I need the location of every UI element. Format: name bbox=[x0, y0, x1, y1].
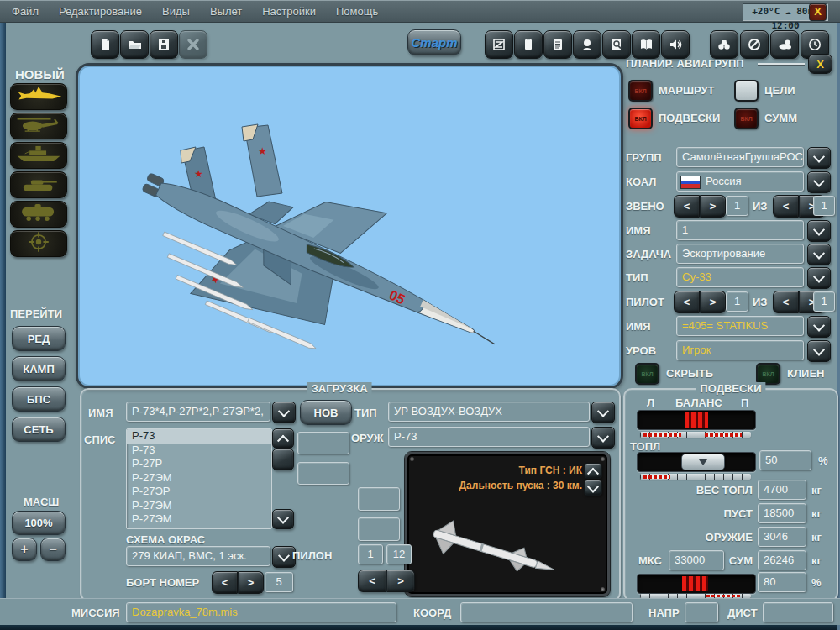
loadout-name-dropdown-button[interactable] bbox=[272, 402, 296, 423]
group-dropdown-button[interactable] bbox=[807, 147, 831, 169]
bort-next-button[interactable]: > bbox=[238, 571, 264, 594]
zoom-in-button[interactable]: + bbox=[12, 538, 37, 561]
sound-button[interactable] bbox=[661, 30, 690, 59]
flight-of-label: ИЗ bbox=[753, 200, 768, 213]
inspect-button[interactable] bbox=[602, 30, 631, 59]
flight-panel-close-button[interactable]: X bbox=[808, 54, 832, 74]
open-mission-button[interactable] bbox=[120, 30, 149, 59]
route-toggle[interactable]: ВКЛ bbox=[628, 80, 653, 102]
list-scroll-thumb[interactable] bbox=[272, 449, 294, 470]
pylon-prev-button[interactable]: < bbox=[358, 570, 386, 592]
task-label: ЗАДАЧА bbox=[626, 248, 671, 260]
weather-button[interactable] bbox=[770, 30, 799, 59]
skill-level-field[interactable]: Игрок bbox=[676, 340, 804, 360]
list-item[interactable]: Р-27ЭМ bbox=[127, 512, 271, 527]
pilot-total-prev-button[interactable]: < bbox=[773, 291, 799, 313]
list-scroll-up-button[interactable] bbox=[272, 428, 294, 449]
save-mission-button[interactable] bbox=[150, 30, 178, 59]
restrictions-button[interactable] bbox=[740, 30, 769, 59]
pilot-next-button[interactable]: > bbox=[700, 291, 726, 313]
menu-views[interactable]: Виды bbox=[162, 5, 190, 18]
coalition-dropdown-button[interactable] bbox=[807, 171, 831, 193]
weapon-field[interactable]: Р-73 bbox=[388, 427, 590, 447]
pilot-prev-button[interactable]: < bbox=[674, 291, 700, 313]
fuel-percent-field[interactable]: 50 bbox=[759, 450, 811, 470]
mission-file-field[interactable]: Dozapravka_78m.mis bbox=[126, 602, 396, 622]
skill-level-dropdown-button[interactable] bbox=[807, 340, 831, 362]
goto-campaign-button[interactable]: КАМП bbox=[12, 356, 66, 381]
notes-button[interactable] bbox=[514, 30, 543, 59]
new-airplane-button[interactable] bbox=[10, 83, 67, 110]
targets-toggle[interactable] bbox=[734, 80, 759, 102]
zoom-out-button[interactable]: − bbox=[40, 538, 66, 561]
weapon-type-dropdown-button[interactable] bbox=[591, 402, 615, 423]
pilot-roster-button[interactable] bbox=[573, 30, 601, 59]
briefing-button[interactable] bbox=[543, 30, 572, 59]
scale-value-button[interactable]: 100% bbox=[12, 511, 66, 535]
flight-total-prev-button[interactable]: < bbox=[773, 195, 799, 218]
list-item[interactable]: Р-27ЭР bbox=[127, 485, 271, 499]
weapon-type-field[interactable]: УР ВОЗДУХ-ВОЗДУХ bbox=[388, 402, 590, 422]
menu-help[interactable]: Помощь bbox=[336, 5, 378, 18]
pilot-name-field[interactable]: =405= STATIKUS bbox=[676, 316, 804, 336]
menu-edit[interactable]: Редактирование bbox=[59, 5, 142, 18]
new-helicopter-button[interactable] bbox=[10, 113, 67, 139]
new-vehicle-button[interactable] bbox=[10, 171, 67, 198]
pilot-head-icon bbox=[580, 38, 594, 51]
new-train-button[interactable] bbox=[10, 201, 67, 228]
task-field[interactable]: Эскортирование bbox=[676, 244, 804, 264]
flight-name-dropdown-button[interactable] bbox=[807, 220, 831, 242]
flight-prev-button[interactable]: < bbox=[674, 195, 700, 218]
list-item[interactable]: Р-73 bbox=[127, 429, 271, 444]
chevron-down-icon bbox=[813, 248, 825, 260]
flight-next-button[interactable]: > bbox=[700, 195, 726, 218]
list-item[interactable]: Р-27ЭМ bbox=[127, 471, 271, 486]
new-ship-button[interactable] bbox=[10, 142, 67, 169]
aircraft-type-dropdown-button[interactable] bbox=[807, 267, 831, 289]
search-button[interactable] bbox=[710, 30, 738, 59]
bort-prev-button[interactable]: < bbox=[212, 571, 238, 594]
goto-network-button[interactable]: СЕТЬ bbox=[12, 417, 66, 442]
fuel-slider-handle[interactable] bbox=[681, 454, 725, 470]
new-mission-button[interactable] bbox=[91, 30, 119, 59]
weapon-listbox[interactable]: Р-73 Р-73 Р-27Р Р-27ЭМ Р-27ЭР Р-27ЭМ Р-2… bbox=[126, 428, 272, 529]
flight-plan-button[interactable] bbox=[485, 30, 513, 59]
list-item[interactable]: Р-73 bbox=[127, 444, 271, 458]
flight-name-field[interactable]: 1 bbox=[676, 220, 804, 240]
info-scroll-down-button[interactable] bbox=[584, 480, 602, 496]
summary-label: СУММ bbox=[764, 112, 797, 124]
pylon-next-button[interactable]: > bbox=[386, 570, 415, 592]
new-loadout-button[interactable]: НОВ bbox=[300, 400, 352, 425]
window-close-button[interactable]: X bbox=[809, 3, 827, 21]
paint-scheme-field[interactable]: 279 КИАП, ВМС, 1 эск. bbox=[126, 546, 270, 566]
weapon-dropdown-button[interactable] bbox=[591, 427, 615, 449]
payload-toggle[interactable]: ВКЛ bbox=[628, 108, 653, 129]
aircraft-type-field[interactable]: Су-33 bbox=[676, 267, 804, 287]
fuel-slider-track[interactable] bbox=[637, 452, 756, 472]
new-target-button[interactable] bbox=[10, 230, 67, 257]
total-weight-unit: кг bbox=[811, 554, 822, 567]
info-scroll-up-button[interactable] bbox=[584, 463, 602, 479]
task-dropdown-button[interactable] bbox=[807, 244, 831, 265]
list-scroll-down-button[interactable] bbox=[272, 509, 294, 529]
summary-toggle[interactable]: ВКЛ bbox=[734, 108, 759, 129]
start-button[interactable]: Старт bbox=[407, 29, 461, 55]
goto-bps-button[interactable]: БПС bbox=[12, 386, 66, 412]
menu-flight[interactable]: Вылет bbox=[210, 5, 242, 18]
pilot-name-dropdown-button[interactable] bbox=[807, 316, 831, 338]
encyclopedia-button[interactable] bbox=[632, 30, 660, 59]
menu-settings[interactable]: Настройки bbox=[262, 5, 316, 18]
menu-file[interactable]: Файл bbox=[12, 5, 39, 18]
loadout-name-field[interactable]: Р-73*4,Р-27Р*2,Р-27ЭР*2, bbox=[126, 402, 270, 422]
slider-arrow-icon bbox=[699, 459, 707, 470]
goto-editor-button[interactable]: РЕД bbox=[12, 326, 66, 351]
hide-toggle[interactable]: ВКЛ bbox=[635, 363, 659, 385]
list-item[interactable]: Р-27ЭМ bbox=[127, 499, 271, 513]
group-field[interactable]: СамолётнаяГруппаРОС bbox=[676, 147, 804, 167]
aircraft-3d-view[interactable]: ★ ★ bbox=[76, 63, 623, 389]
loadout-name-label: ИМЯ bbox=[88, 407, 113, 419]
list-item[interactable]: Р-27Р bbox=[127, 457, 271, 471]
route-toggle-label: ВКЛ bbox=[634, 88, 646, 94]
missile-image bbox=[423, 503, 582, 579]
loadout-empty-slot-2 bbox=[297, 462, 349, 485]
